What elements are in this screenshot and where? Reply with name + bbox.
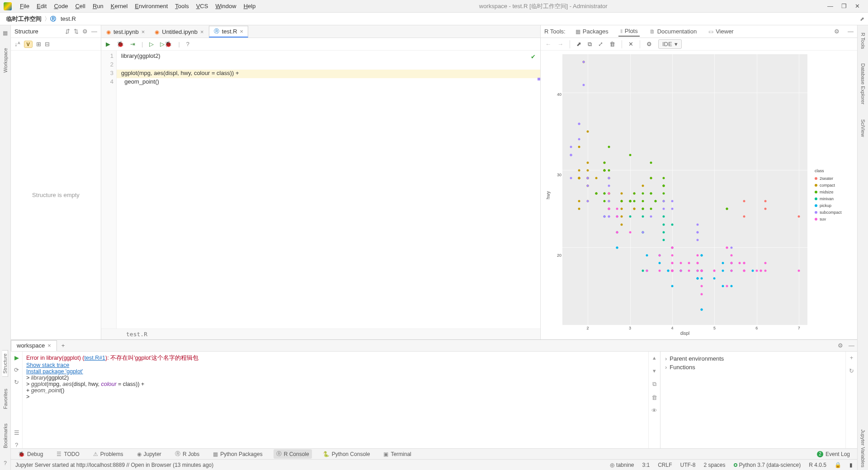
rail-database[interactable]: Database Explorer: [860, 61, 866, 107]
menu-run[interactable]: Run: [89, 3, 107, 9]
file-encoding[interactable]: UTF-8: [680, 462, 696, 468]
menu-cell[interactable]: Cell: [71, 3, 89, 9]
bottom-tab-terminal[interactable]: ▣Terminal: [381, 450, 414, 458]
bottom-tab-jupyter[interactable]: ◉Jupyter: [134, 450, 164, 458]
delete-output-icon[interactable]: 🗑: [651, 394, 657, 401]
editor-tab-Untitled-ipynb[interactable]: ◉Untitled.ipynb×: [150, 26, 208, 38]
editor-tab-test-R[interactable]: Ⓡtest.R×: [209, 26, 249, 38]
minimize-icon[interactable]: —: [827, 3, 833, 9]
env-row[interactable]: ›Functions: [665, 363, 841, 371]
clear-icon[interactable]: ✕: [628, 41, 633, 47]
new-console-icon[interactable]: +: [57, 342, 70, 349]
gear-icon[interactable]: ⚙: [834, 28, 840, 35]
tabnine-status[interactable]: ◎ tabnine: [610, 462, 634, 468]
rail-workspace[interactable]: Workspace: [3, 45, 8, 75]
bottom-tab-r-console[interactable]: ⓇR Console: [274, 449, 312, 459]
menu-file[interactable]: File: [16, 3, 33, 9]
bottom-tab-todo[interactable]: ☰TODO: [54, 450, 82, 458]
copy-output-icon[interactable]: ⧉: [652, 381, 656, 388]
editor-tab-test-ipynb[interactable]: ◉test.ipynb×: [101, 26, 150, 38]
code-editor[interactable]: 1234 ✔ library(ggplot2)ggplot(mpg, aes(d…: [101, 51, 540, 329]
restart-icon[interactable]: ↻: [14, 379, 19, 385]
trash-icon[interactable]: 🗑: [609, 41, 615, 47]
lock-icon[interactable]: 🔒: [835, 462, 841, 468]
rail-jupyter-vars[interactable]: Jupyter Variables: [860, 427, 866, 470]
help-icon[interactable]: ?: [4, 460, 7, 466]
bottom-tab-python-packages[interactable]: ▦Python Packages: [210, 450, 265, 458]
close-tab-icon[interactable]: ×: [240, 28, 244, 35]
gear-icon[interactable]: ⚙: [835, 342, 846, 349]
rtools-tab-documentation[interactable]: 🗎Documentation: [648, 26, 698, 37]
hide-panel-icon[interactable]: —: [848, 28, 854, 35]
close-tab-icon[interactable]: ×: [200, 28, 204, 35]
debug-to-cursor-icon[interactable]: ▷🐞: [160, 41, 172, 47]
collapse-icon[interactable]: ⇅: [74, 28, 79, 35]
bottom-tab-debug[interactable]: 🐞Debug: [15, 450, 46, 458]
help-icon[interactable]: ?: [15, 442, 18, 448]
hide-console-icon[interactable]: —: [846, 342, 857, 349]
memory-icon[interactable]: ▮: [849, 462, 853, 468]
filter-icon[interactable]: ☰: [14, 429, 19, 436]
add-env-icon[interactable]: +: [850, 354, 854, 361]
project-icon[interactable]: ▦: [3, 30, 8, 36]
sort-icon[interactable]: ↓ᴬ: [14, 41, 20, 47]
refresh-env-icon[interactable]: ↻: [849, 367, 854, 374]
run-selection-icon[interactable]: ⇥: [130, 41, 135, 47]
menu-vcs[interactable]: VCS: [193, 3, 212, 9]
indent-setting[interactable]: 2 spaces: [704, 462, 726, 468]
tree-expand-icon[interactable]: ⊞: [36, 41, 41, 47]
menu-window[interactable]: Window: [212, 3, 240, 9]
copy-icon[interactable]: ⧉: [588, 41, 592, 48]
rtools-tab-viewer[interactable]: ▭Viewer: [707, 26, 736, 37]
menu-help[interactable]: Help: [240, 3, 259, 9]
graphics-device-dropdown[interactable]: IDE ▾: [658, 39, 682, 49]
bottom-tab-python-console[interactable]: 🐍Python Console: [320, 450, 373, 458]
export-icon[interactable]: ⬈: [576, 41, 581, 47]
python-interpreter[interactable]: Python 3.7 (data-science): [734, 462, 801, 468]
maximize-icon[interactable]: ❐: [841, 3, 847, 9]
history-icon[interactable]: ⟳: [14, 367, 19, 373]
bottom-tab-r-jobs[interactable]: ⓇR Jobs: [172, 449, 202, 459]
rail-structure[interactable]: Structure: [2, 350, 8, 377]
env-row[interactable]: ›Parent environments: [665, 354, 841, 363]
expand-icon[interactable]: ⇵: [65, 28, 70, 35]
breadcrumb-file[interactable]: test.R: [58, 15, 79, 22]
rail-r-tools[interactable]: R Tools: [860, 30, 866, 52]
menu-edit[interactable]: Edit: [33, 3, 50, 9]
rail-sciview[interactable]: SciView: [860, 117, 866, 140]
next-plot-icon[interactable]: →: [557, 41, 563, 47]
close-tab-icon[interactable]: ×: [142, 28, 145, 35]
caret-position[interactable]: 3:1: [642, 462, 650, 468]
rail-bookmarks[interactable]: Bookmarks: [3, 421, 8, 451]
view-icon[interactable]: 👁: [651, 407, 657, 414]
console-tab-workspace[interactable]: workspace ×: [11, 340, 57, 351]
debug-icon[interactable]: 🐞: [117, 41, 124, 47]
scroll-up-icon[interactable]: ▴: [653, 354, 656, 361]
tree-collapse-icon[interactable]: ⊟: [45, 41, 50, 47]
open-external-icon[interactable]: ⬈: [860, 16, 864, 22]
event-log-button[interactable]: 2Event Log: [814, 450, 853, 458]
menu-kernel[interactable]: Kernel: [107, 3, 132, 9]
prev-plot-icon[interactable]: ←: [545, 41, 551, 47]
rtools-tab-packages[interactable]: ▦Packages: [574, 26, 610, 37]
r-interpreter[interactable]: R 4.0.5: [809, 462, 826, 468]
menu-tools[interactable]: Tools: [171, 3, 192, 9]
close-tab-icon[interactable]: ×: [47, 342, 51, 349]
hide-icon[interactable]: —: [91, 28, 97, 35]
menu-environment[interactable]: Environment: [131, 3, 171, 9]
scroll-down-icon[interactable]: ▾: [653, 367, 656, 374]
run-to-cursor-icon[interactable]: ▷: [149, 41, 154, 47]
breadcrumb-root[interactable]: 临时工作空间: [4, 15, 44, 23]
line-ending[interactable]: CRLF: [658, 462, 672, 468]
rtools-tab-plots[interactable]: ⫴Plots: [618, 26, 640, 37]
menu-code[interactable]: Code: [50, 3, 71, 9]
run-icon[interactable]: ▶: [106, 41, 110, 47]
run-icon[interactable]: ▶: [14, 354, 19, 361]
rail-favorites[interactable]: Favorites: [3, 386, 8, 412]
r-console[interactable]: Error in library(ggplot) (test.R#1): 不存在…: [23, 352, 648, 448]
help-context-icon[interactable]: ?: [186, 41, 189, 47]
gear-icon[interactable]: ⚙: [82, 28, 88, 35]
bottom-tab-problems[interactable]: ⚠Problems: [90, 450, 126, 458]
close-icon[interactable]: ✕: [855, 3, 860, 9]
plot-settings-icon[interactable]: ⚙: [646, 41, 652, 47]
